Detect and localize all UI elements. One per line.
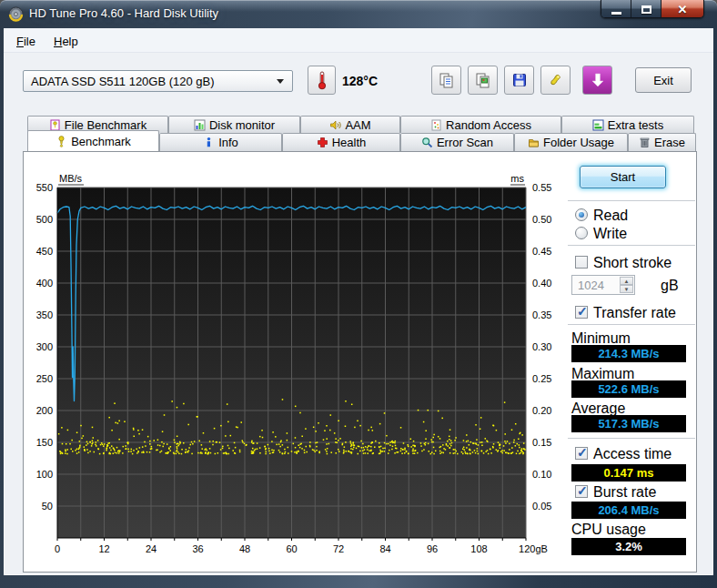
radio-write[interactable] [575,227,588,239]
separator [568,245,695,246]
access-time-value: 0.147 ms [571,464,686,482]
svg-text:0.35: 0.35 [532,309,551,320]
tab-folder-usage[interactable]: Folder Usage [514,133,628,151]
svg-text:MB/s: MB/s [59,173,83,184]
spinner-up-button[interactable]: ▲ [620,277,633,285]
tab-label: Health [332,136,367,149]
menubar: File Help [4,28,713,53]
temperature-label: 128°C [342,74,378,88]
options-button[interactable] [540,66,571,95]
burst-rate-value: 206.4 MB/s [571,502,686,519]
svg-text:50: 50 [42,501,53,512]
svg-text:0.10: 0.10 [532,469,551,480]
cpu-usage-value: 3.2% [571,538,686,555]
close-button[interactable]: ✕ [661,0,703,18]
chevron-down-icon [277,79,284,84]
benchmark-chart: 500.051000.101500.152000.202500.253000.3… [24,152,570,563]
svg-text:60: 60 [286,543,297,554]
spinner-down-button[interactable]: ▼ [620,285,633,293]
close-icon: ✕ [678,3,688,16]
short-stroke-label: Short stroke [593,255,672,271]
size-value: 1024 [578,279,604,292]
svg-text:ms: ms [510,173,524,184]
app-icon [8,6,24,22]
checkbox-short-stroke[interactable] [575,256,588,269]
tab-health[interactable]: Health [282,133,400,151]
down-arrow-icon [591,72,605,88]
svg-text:0.25: 0.25 [532,373,551,384]
tab-random-access[interactable]: Random Access [400,116,561,133]
tab-disk-monitor[interactable]: Disk monitor [168,116,300,133]
menu-item-help[interactable]: Help [49,33,83,50]
speaker-icon [329,119,341,131]
copy-text-button[interactable] [431,66,461,95]
update-button[interactable] [582,66,612,95]
tab-label: Benchmark [71,135,131,148]
checkbox-access-time[interactable]: ✓ [575,447,588,460]
copy-image-button[interactable] [468,66,498,95]
svg-text:0.40: 0.40 [532,278,551,289]
temperature-button[interactable] [308,66,336,95]
separator [568,200,695,201]
tab-info[interactable]: Info [159,133,282,151]
radio-read-label: Read [593,208,628,224]
tab-label: Folder Usage [543,136,614,149]
random-access-icon [430,119,442,131]
svg-text:350: 350 [36,309,53,320]
svg-text:0.50: 0.50 [532,214,551,225]
tab-benchmark[interactable]: Benchmark [27,130,159,151]
file-benchmark-icon [49,119,61,131]
svg-text:48: 48 [239,543,250,554]
svg-text:120gB: 120gB [519,543,548,554]
size-input[interactable]: 1024 ▲ ▼ [571,275,635,295]
minimum-value: 214.3 MB/s [571,345,686,362]
checkbox-transfer-rate[interactable]: ✓ [575,306,588,319]
svg-text:500: 500 [36,214,53,225]
tab-error-scan[interactable]: Error Scan [400,133,514,151]
svg-text:450: 450 [36,246,53,257]
brush-icon [548,72,564,88]
size-unit-label: gB [661,278,679,294]
svg-text:0.05: 0.05 [532,501,551,512]
exit-label: Exit [653,74,673,87]
save-button[interactable] [504,66,534,95]
window-controls: ✕ [601,0,704,18]
svg-text:0: 0 [55,543,60,554]
radio-read[interactable] [575,208,588,221]
maximize-button[interactable] [631,0,661,18]
minimize-icon [611,12,621,15]
thermometer-icon [317,70,328,90]
svg-text:0.45: 0.45 [532,246,551,257]
check-icon: ✓ [577,304,588,319]
transfer-rate-label: Transfer rate [593,305,676,321]
copy-image-icon [475,72,491,88]
tab-label: Random Access [446,118,531,132]
tab-strip-bottom: Benchmark Info Health Error Scan Folder … [27,133,696,151]
svg-text:24: 24 [146,543,157,554]
titlebar[interactable]: HD Tune Pro 4.60 - Hard Disk Utility ✕ [0,0,717,28]
start-label: Start [611,170,635,184]
trash-icon [639,137,651,148]
folder-icon [528,137,540,148]
tab-aam[interactable]: AAM [300,116,400,133]
svg-text:12: 12 [98,543,109,554]
tab-label: Info [218,136,238,149]
exit-button[interactable]: Exit [635,67,692,93]
tab-extra-tests[interactable]: Extra tests [561,116,694,133]
start-button[interactable]: Start [580,166,666,188]
window-title: HD Tune Pro 4.60 - Hard Disk Utility [29,6,218,20]
svg-text:0.15: 0.15 [532,437,551,448]
health-cross-icon [317,137,328,148]
drive-select[interactable]: ADATA SSD S511 120GB (120 gB) [23,70,293,92]
checkbox-burst-rate[interactable]: ✓ [575,485,588,498]
copy-text-icon [439,72,455,88]
menu-item-file[interactable]: File [12,33,40,50]
tab-erase[interactable]: Erase [628,133,696,151]
check-icon: ✓ [577,483,588,498]
separator [568,438,695,439]
minimize-button[interactable] [601,0,631,18]
client-area: File Help ADATA SSD S511 120GB (120 gB) … [4,28,713,575]
tab-label: Disk monitor [209,118,275,132]
svg-text:108: 108 [470,543,487,554]
info-icon [203,137,215,148]
